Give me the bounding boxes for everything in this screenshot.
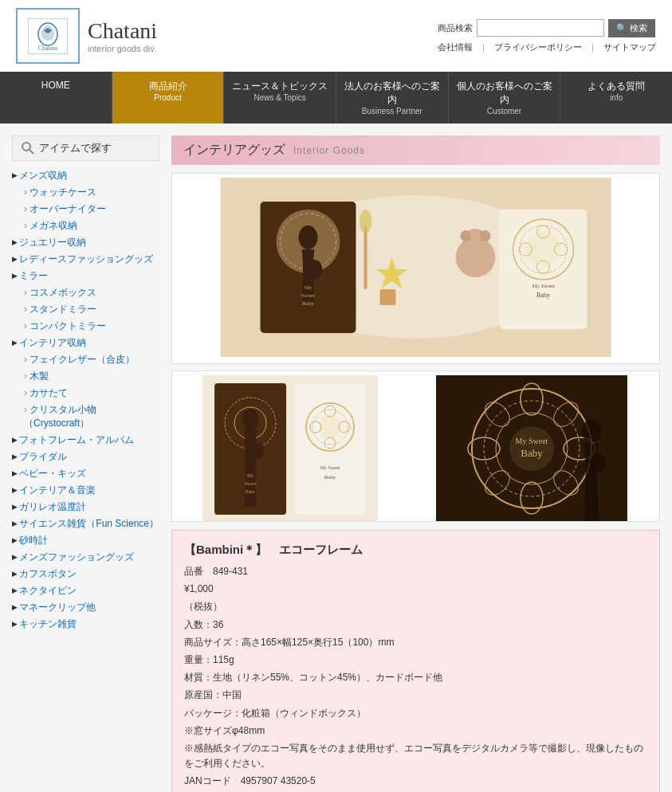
search-icon (21, 141, 35, 155)
svg-rect-15 (364, 225, 367, 289)
list-item: › 木製 (12, 368, 159, 385)
svg-point-11 (307, 260, 323, 279)
sidebar-item-compact-mirror[interactable]: コンパクトミラー (29, 320, 106, 331)
svg-text:Baby: Baby (302, 300, 314, 307)
list-item: ▸ キッチン雑貨 (12, 616, 159, 633)
svg-point-67 (582, 419, 601, 443)
sidebar-item-cosme[interactable]: コスメボックス (29, 287, 96, 298)
product-image-main: My Sweet Baby (171, 173, 660, 364)
list-item: ▸ カフスボタン (12, 566, 159, 582)
logo-icon: Chatani (28, 18, 68, 54)
list-item: ▸ メンズファッショングッズ (12, 549, 159, 566)
sidebar-item-overnighter[interactable]: オーバーナイター (29, 203, 106, 214)
svg-text:Sweet: Sweet (245, 481, 257, 486)
sidebar-item-bridal[interactable]: ブライダル (19, 451, 67, 462)
sidebar-item-crystal[interactable]: クリスタル小物（Crystocraft） (24, 404, 96, 429)
sidebar-item-tie-pin[interactable]: ネクタイピン (19, 585, 77, 596)
list-item: ▸ レディースファッショングッズ (12, 251, 159, 268)
product-origin-row: 原産国：中国 (184, 688, 647, 703)
search-button[interactable]: 🔍 検索 (608, 19, 655, 37)
sidebar-item-faux-leather[interactable]: フェイクレザー（合皮） (29, 354, 135, 365)
svg-point-38 (250, 442, 264, 460)
svg-point-37 (242, 409, 258, 429)
sitemap-link[interactable]: サイトマップ (603, 42, 656, 52)
sidebar-item-cufflinks[interactable]: カフスボタン (19, 568, 77, 579)
sidebar-item-umbrella[interactable]: カサたて (29, 387, 68, 398)
sidebar-item-photo-frame[interactable]: フォトフレーム・アルバム (19, 434, 134, 445)
list-item: ▸ サイエンス雑貨（Fun Science） (12, 516, 159, 532)
sidebar: アイテムで探す ▸ メンズ収納 › ウォッチケース › オーバーナイター › メ… (12, 135, 159, 792)
nav-customer[interactable]: 個人のお客様へのご案内 Customer (449, 72, 561, 124)
product-images-row: My Sweet Baby My Sweet Baby (171, 371, 660, 522)
logo-area: Chatani Chatani interior goods div. (16, 8, 157, 64)
svg-text:My Sweet: My Sweet (320, 465, 340, 470)
logo-box: Chatani (16, 8, 80, 64)
sidebar-item-interior-storage[interactable]: インテリア収納 (19, 337, 86, 348)
list-item: ▸ マネークリップ他 (12, 599, 159, 616)
privacy-policy-link[interactable]: プライバシーポリシー (494, 42, 582, 52)
sidebar-item-interior-music[interactable]: インテリア＆音楽 (19, 484, 96, 496)
nav-news[interactable]: ニュース＆トピックス News & Topics (224, 72, 336, 124)
sidebar-item-mens-fashion[interactable]: メンズファッショングッズ (19, 551, 134, 563)
nav-faq[interactable]: よくある質問 info (560, 72, 672, 124)
sidebar-item-kitchen[interactable]: キッチン雑貨 (19, 618, 77, 629)
list-item: › カサたて (12, 385, 159, 402)
content-wrap: アイテムで探す ▸ メンズ収納 › ウォッチケース › オーバーナイター › メ… (0, 124, 672, 792)
nav-home[interactable]: HOME (0, 72, 112, 124)
sidebar-item-mirror[interactable]: ミラー (19, 270, 48, 281)
list-item: ▸ ガリレオ温度計 (12, 499, 159, 516)
sidebar-item-money-clip[interactable]: マネークリップ他 (19, 602, 96, 613)
sidebar-item-galileo[interactable]: ガリレオ温度計 (19, 501, 86, 512)
sidebar-item-science[interactable]: サイエンス雑貨（Fun Science） (19, 518, 159, 529)
sidebar-item-wood[interactable]: 木製 (29, 371, 49, 382)
svg-point-3 (22, 143, 30, 151)
list-item: › オーバーナイター (12, 201, 159, 218)
header-right: 商品検索 🔍 検索 会社情報 ｜ プライバシーポリシー ｜ サイトマップ (438, 19, 656, 53)
svg-rect-21 (500, 210, 588, 329)
svg-line-4 (29, 150, 33, 154)
header: Chatani Chatani interior goods div. 商品検索… (0, 0, 672, 72)
product-material-row: 材質：生地（リネン55%、コットン45%）、カードボード他 (184, 670, 647, 685)
product-number-row: 品番 849-431 (184, 564, 647, 579)
svg-text:Chatani: Chatani (38, 45, 59, 52)
search-area: 商品検索 🔍 検索 (438, 19, 656, 37)
product-weight-row: 重量：115g (184, 653, 647, 668)
nav-product[interactable]: 商品紹介 Product (112, 72, 225, 124)
sidebar-item-stand-mirror[interactable]: スタンドミラー (29, 304, 96, 315)
product-name: 【Bambini＊】 エコーフレーム (184, 543, 647, 558)
list-item: ▸ メンズ収納 (12, 167, 159, 184)
svg-point-10 (299, 225, 318, 249)
header-links: 会社情報 ｜ プライバシーポリシー ｜ サイトマップ (438, 41, 656, 53)
list-item: ▸ フォトフレーム・アルバム (12, 432, 159, 449)
main-nav: HOME 商品紹介 Product ニュース＆トピックス News & Topi… (0, 72, 672, 124)
product-price-row: ¥1,000 (184, 582, 647, 597)
sidebar-item-ladies[interactable]: レディースファッショングッズ (19, 253, 153, 265)
sidebar-item-glasses[interactable]: メガネ収納 (29, 220, 77, 231)
product-sub-image-left: My Sweet Baby My Sweet Baby (176, 375, 404, 522)
logo-text: Chatani interior goods div. (88, 18, 157, 53)
svg-rect-31 (380, 289, 396, 305)
search-input[interactable] (477, 19, 604, 37)
list-item: › スタンドミラー (12, 301, 159, 318)
svg-point-20 (480, 230, 491, 241)
svg-point-24 (526, 232, 561, 267)
list-item: ▸ 砂時計 (12, 532, 159, 549)
sidebar-item-hourglass[interactable]: 砂時計 (19, 535, 48, 546)
list-item: ▸ ネクタイピン (12, 582, 159, 599)
sidebar-item-mens[interactable]: メンズ収納 (19, 170, 67, 181)
svg-point-16 (360, 210, 372, 233)
svg-text:My: My (305, 284, 312, 291)
svg-text:My Sweet: My Sweet (532, 283, 555, 289)
sidebar-category-list: ▸ メンズ収納 › ウォッチケース › オーバーナイター › メガネ収納 ▸ ジ… (12, 167, 159, 633)
svg-text:Baby: Baby (324, 474, 336, 480)
product-jan-row: JANコード 4957907 43520-5 (184, 774, 647, 789)
list-item: ▸ ベビー・キッズ (12, 465, 159, 482)
sidebar-item-baby[interactable]: ベビー・キッズ (19, 468, 86, 479)
list-item: › ウォッチケース (12, 184, 159, 201)
list-item: ▸ ジュエリー収納 (12, 234, 159, 251)
nav-business[interactable]: 法人のお客様へのご案内 Business Partner (336, 72, 449, 124)
sidebar-item-watch[interactable]: ウォッチケース (29, 186, 96, 198)
magnifier-icon: 🔍 (616, 23, 627, 33)
sidebar-item-jewelry[interactable]: ジュエリー収納 (19, 237, 86, 248)
company-info-link[interactable]: 会社情報 (438, 42, 473, 52)
